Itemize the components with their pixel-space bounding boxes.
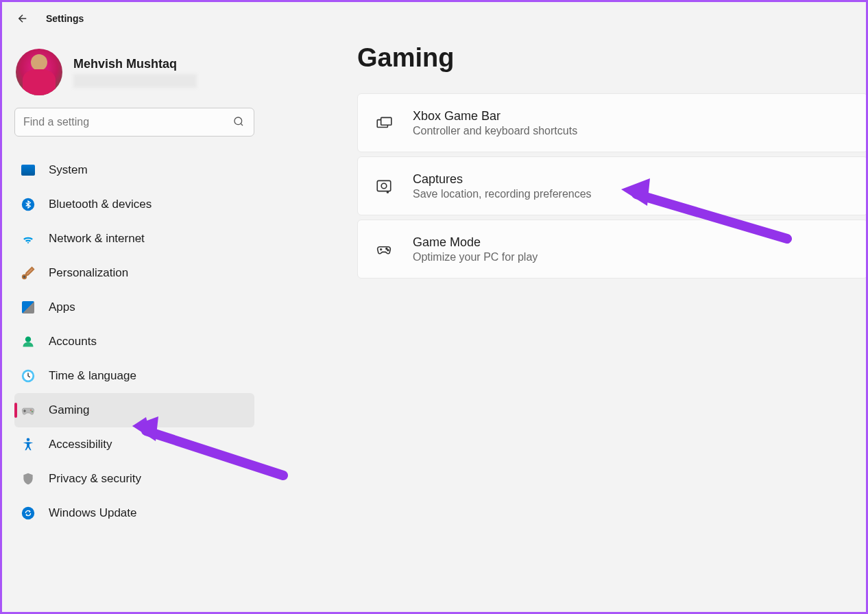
captures-icon — [374, 176, 394, 196]
svg-point-7 — [32, 411, 33, 412]
gamepad-icon — [20, 402, 36, 418]
svg-rect-12 — [377, 180, 391, 191]
card-title: Xbox Game Bar — [413, 109, 577, 123]
card-captures[interactable]: Captures Save location, recording prefer… — [357, 156, 868, 215]
apps-icon — [20, 299, 36, 316]
user-email-redacted — [73, 74, 197, 88]
sidebar-item-system[interactable]: System — [14, 153, 254, 187]
shield-icon — [20, 471, 36, 487]
sidebar-item-label: System — [49, 163, 88, 177]
sidebar-item-label: Time & language — [49, 369, 136, 383]
card-title: Captures — [413, 172, 592, 187]
gamemode-icon — [374, 239, 394, 259]
gamebar-icon — [374, 113, 394, 132]
nav-list: System Bluetooth & devices Network & int… — [14, 153, 254, 530]
svg-point-8 — [27, 438, 30, 441]
window-title: Settings — [46, 13, 84, 24]
system-icon — [20, 162, 36, 178]
main-content: Gaming Xbox Game Bar Controller and keyb… — [254, 2, 868, 612]
svg-point-13 — [381, 183, 387, 189]
person-icon — [20, 333, 36, 350]
sidebar-item-time[interactable]: Time & language — [14, 359, 254, 393]
search-icon — [233, 116, 245, 128]
search-input[interactable] — [23, 116, 233, 128]
update-icon — [20, 505, 36, 521]
sidebar-item-personalization[interactable]: Personalization — [14, 256, 254, 290]
sidebar-item-label: Bluetooth & devices — [49, 198, 152, 211]
search-input-container[interactable] — [14, 108, 254, 137]
sidebar-item-bluetooth[interactable]: Bluetooth & devices — [14, 187, 254, 222]
sidebar-item-label: Network & internet — [49, 232, 145, 246]
sidebar-item-label: Accessibility — [49, 438, 112, 451]
sidebar-item-accounts[interactable]: Accounts — [14, 324, 254, 359]
brush-icon — [20, 265, 36, 281]
page-title: Gaming — [357, 43, 868, 73]
accessibility-icon — [20, 436, 36, 453]
back-button[interactable] — [16, 12, 29, 25]
sidebar-item-accessibility[interactable]: Accessibility — [14, 427, 254, 462]
svg-point-14 — [386, 248, 387, 250]
bluetooth-icon — [20, 196, 36, 213]
svg-point-3 — [25, 337, 31, 342]
sidebar-item-label: Gaming — [49, 403, 90, 417]
sidebar-item-label: Privacy & security — [49, 472, 141, 486]
svg-point-9 — [22, 507, 34, 519]
sidebar-item-label: Personalization — [49, 266, 128, 280]
svg-rect-11 — [381, 117, 391, 125]
card-xbox-game-bar[interactable]: Xbox Game Bar Controller and keyboard sh… — [357, 93, 868, 152]
card-game-mode[interactable]: Game Mode Optimize your PC for play — [357, 220, 868, 279]
avatar — [16, 49, 62, 95]
sidebar-item-apps[interactable]: Apps — [14, 290, 254, 324]
sidebar-item-privacy[interactable]: Privacy & security — [14, 462, 254, 496]
user-profile[interactable]: Mehvish Mushtaq — [14, 43, 254, 108]
header-bar: Settings — [2, 2, 84, 35]
sidebar-item-network[interactable]: Network & internet — [14, 222, 254, 256]
clock-icon — [20, 368, 36, 384]
sidebar-item-label: Accounts — [49, 335, 97, 349]
card-subtitle: Optimize your PC for play — [413, 251, 538, 263]
svg-point-15 — [387, 250, 389, 251]
card-subtitle: Controller and keyboard shortcuts — [413, 125, 577, 137]
sidebar-item-label: Apps — [49, 300, 75, 314]
sidebar-item-label: Windows Update — [49, 506, 137, 520]
wifi-icon — [20, 231, 36, 247]
settings-list: Xbox Game Bar Controller and keyboard sh… — [357, 93, 868, 279]
user-name: Mehvish Mushtaq — [73, 57, 197, 71]
svg-point-6 — [30, 410, 32, 411]
card-subtitle: Save location, recording preferences — [413, 188, 592, 200]
svg-point-2 — [23, 275, 27, 279]
svg-point-0 — [234, 117, 242, 125]
sidebar: Mehvish Mushtaq System Bluetooth & devic… — [2, 2, 254, 612]
card-title: Game Mode — [413, 235, 538, 250]
sidebar-item-gaming[interactable]: Gaming — [14, 393, 254, 427]
sidebar-item-update[interactable]: Windows Update — [14, 496, 254, 530]
